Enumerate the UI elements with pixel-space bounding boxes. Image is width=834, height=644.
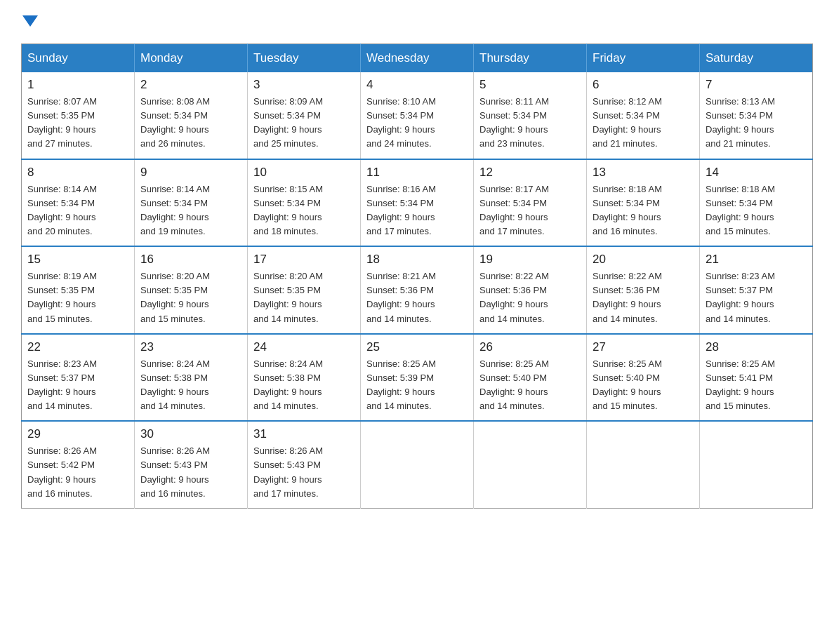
day-number: 2 <box>140 78 241 92</box>
calendar-day-cell: 18Sunrise: 8:21 AMSunset: 5:36 PMDayligh… <box>361 246 474 334</box>
day-number: 23 <box>140 340 241 354</box>
day-info: Sunrise: 8:12 AMSunset: 5:34 PMDaylight:… <box>593 95 694 152</box>
day-of-week-header: Friday <box>587 44 700 73</box>
calendar-day-cell: 11Sunrise: 8:16 AMSunset: 5:34 PMDayligh… <box>361 159 474 247</box>
day-info: Sunrise: 8:26 AMSunset: 5:43 PMDaylight:… <box>253 444 355 501</box>
day-info: Sunrise: 8:14 AMSunset: 5:34 PMDaylight:… <box>140 182 241 239</box>
day-of-week-header: Saturday <box>700 44 813 73</box>
day-number: 11 <box>366 166 468 180</box>
day-info: Sunrise: 8:10 AMSunset: 5:34 PMDaylight:… <box>366 95 468 152</box>
day-info: Sunrise: 8:23 AMSunset: 5:37 PMDaylight:… <box>706 269 807 326</box>
day-number: 24 <box>253 340 355 354</box>
day-info: Sunrise: 8:22 AMSunset: 5:36 PMDaylight:… <box>593 269 694 326</box>
day-info: Sunrise: 8:18 AMSunset: 5:34 PMDaylight:… <box>593 182 694 239</box>
calendar-week-row: 22Sunrise: 8:23 AMSunset: 5:37 PMDayligh… <box>22 334 813 422</box>
day-number: 25 <box>366 340 468 354</box>
calendar-day-cell: 21Sunrise: 8:23 AMSunset: 5:37 PMDayligh… <box>700 246 813 334</box>
day-info: Sunrise: 8:13 AMSunset: 5:34 PMDaylight:… <box>706 95 807 152</box>
day-info: Sunrise: 8:22 AMSunset: 5:36 PMDaylight:… <box>479 269 581 326</box>
day-number: 7 <box>706 78 807 92</box>
day-info: Sunrise: 8:09 AMSunset: 5:34 PMDaylight:… <box>253 95 355 152</box>
calendar-day-cell: 8Sunrise: 8:14 AMSunset: 5:34 PMDaylight… <box>22 159 135 247</box>
day-number: 21 <box>706 253 807 267</box>
day-info: Sunrise: 8:26 AMSunset: 5:42 PMDaylight:… <box>27 444 128 501</box>
day-info: Sunrise: 8:21 AMSunset: 5:36 PMDaylight:… <box>366 269 468 326</box>
day-info: Sunrise: 8:23 AMSunset: 5:37 PMDaylight:… <box>27 357 128 414</box>
calendar-day-cell: 25Sunrise: 8:25 AMSunset: 5:39 PMDayligh… <box>361 334 474 422</box>
calendar-week-row: 1Sunrise: 8:07 AMSunset: 5:35 PMDaylight… <box>22 72 813 159</box>
day-of-week-header: Wednesday <box>361 44 474 73</box>
day-number: 8 <box>27 166 128 180</box>
day-number: 6 <box>593 78 694 92</box>
day-info: Sunrise: 8:17 AMSunset: 5:34 PMDaylight:… <box>479 182 581 239</box>
calendar-day-cell <box>361 421 474 508</box>
day-of-week-header: Tuesday <box>248 44 361 73</box>
calendar-day-cell: 15Sunrise: 8:19 AMSunset: 5:35 PMDayligh… <box>22 246 135 334</box>
calendar-day-cell: 10Sunrise: 8:15 AMSunset: 5:34 PMDayligh… <box>248 159 361 247</box>
day-info: Sunrise: 8:20 AMSunset: 5:35 PMDaylight:… <box>140 269 241 326</box>
day-number: 29 <box>27 427 128 441</box>
day-info: Sunrise: 8:08 AMSunset: 5:34 PMDaylight:… <box>140 95 241 152</box>
day-number: 10 <box>253 166 355 180</box>
calendar-day-cell: 22Sunrise: 8:23 AMSunset: 5:37 PMDayligh… <box>22 334 135 422</box>
calendar-day-cell: 31Sunrise: 8:26 AMSunset: 5:43 PMDayligh… <box>248 421 361 508</box>
day-info: Sunrise: 8:16 AMSunset: 5:34 PMDaylight:… <box>366 182 468 239</box>
calendar-week-row: 15Sunrise: 8:19 AMSunset: 5:35 PMDayligh… <box>22 246 813 334</box>
day-info: Sunrise: 8:11 AMSunset: 5:34 PMDaylight:… <box>479 95 581 152</box>
day-number: 4 <box>366 78 468 92</box>
day-number: 12 <box>479 166 581 180</box>
day-number: 17 <box>253 253 355 267</box>
day-info: Sunrise: 8:15 AMSunset: 5:34 PMDaylight:… <box>253 182 355 239</box>
day-number: 31 <box>253 427 355 441</box>
day-of-week-header: Monday <box>135 44 248 73</box>
calendar-day-cell: 30Sunrise: 8:26 AMSunset: 5:43 PMDayligh… <box>135 421 248 508</box>
calendar-day-cell <box>700 421 813 508</box>
day-number: 1 <box>27 78 128 92</box>
svg-marker-0 <box>22 15 38 27</box>
calendar-day-cell <box>474 421 587 508</box>
calendar-day-cell: 5Sunrise: 8:11 AMSunset: 5:34 PMDaylight… <box>474 72 587 159</box>
calendar-day-cell: 23Sunrise: 8:24 AMSunset: 5:38 PMDayligh… <box>135 334 248 422</box>
day-info: Sunrise: 8:18 AMSunset: 5:34 PMDaylight:… <box>706 182 807 239</box>
calendar-day-cell: 7Sunrise: 8:13 AMSunset: 5:34 PMDaylight… <box>700 72 813 159</box>
logo <box>21 14 38 29</box>
day-number: 9 <box>140 166 241 180</box>
day-number: 5 <box>479 78 581 92</box>
day-number: 18 <box>366 253 468 267</box>
day-info: Sunrise: 8:20 AMSunset: 5:35 PMDaylight:… <box>253 269 355 326</box>
day-info: Sunrise: 8:25 AMSunset: 5:40 PMDaylight:… <box>479 357 581 414</box>
day-number: 16 <box>140 253 241 267</box>
day-number: 13 <box>593 166 694 180</box>
day-number: 22 <box>27 340 128 354</box>
day-info: Sunrise: 8:26 AMSunset: 5:43 PMDaylight:… <box>140 444 241 501</box>
calendar-day-cell <box>587 421 700 508</box>
calendar-day-cell: 16Sunrise: 8:20 AMSunset: 5:35 PMDayligh… <box>135 246 248 334</box>
calendar-table: SundayMondayTuesdayWednesdayThursdayFrid… <box>21 43 813 509</box>
day-info: Sunrise: 8:07 AMSunset: 5:35 PMDaylight:… <box>27 95 128 152</box>
calendar-day-cell: 13Sunrise: 8:18 AMSunset: 5:34 PMDayligh… <box>587 159 700 247</box>
calendar-day-cell: 29Sunrise: 8:26 AMSunset: 5:42 PMDayligh… <box>22 421 135 508</box>
day-number: 30 <box>140 427 241 441</box>
day-number: 3 <box>253 78 355 92</box>
logo-triangle-icon <box>22 13 38 28</box>
page-header <box>21 14 813 29</box>
calendar-week-row: 8Sunrise: 8:14 AMSunset: 5:34 PMDaylight… <box>22 159 813 247</box>
calendar-day-cell: 24Sunrise: 8:24 AMSunset: 5:38 PMDayligh… <box>248 334 361 422</box>
day-number: 28 <box>706 340 807 354</box>
calendar-day-cell: 20Sunrise: 8:22 AMSunset: 5:36 PMDayligh… <box>587 246 700 334</box>
calendar-day-cell: 28Sunrise: 8:25 AMSunset: 5:41 PMDayligh… <box>700 334 813 422</box>
calendar-day-cell: 2Sunrise: 8:08 AMSunset: 5:34 PMDaylight… <box>135 72 248 159</box>
calendar-day-cell: 4Sunrise: 8:10 AMSunset: 5:34 PMDaylight… <box>361 72 474 159</box>
day-number: 20 <box>593 253 694 267</box>
day-info: Sunrise: 8:25 AMSunset: 5:41 PMDaylight:… <box>706 357 807 414</box>
day-number: 14 <box>706 166 807 180</box>
day-of-week-header: Sunday <box>22 44 135 73</box>
calendar-header-row: SundayMondayTuesdayWednesdayThursdayFrid… <box>22 44 813 73</box>
calendar-day-cell: 9Sunrise: 8:14 AMSunset: 5:34 PMDaylight… <box>135 159 248 247</box>
calendar-day-cell: 19Sunrise: 8:22 AMSunset: 5:36 PMDayligh… <box>474 246 587 334</box>
day-info: Sunrise: 8:25 AMSunset: 5:39 PMDaylight:… <box>366 357 468 414</box>
day-number: 26 <box>479 340 581 354</box>
calendar-day-cell: 6Sunrise: 8:12 AMSunset: 5:34 PMDaylight… <box>587 72 700 159</box>
calendar-day-cell: 3Sunrise: 8:09 AMSunset: 5:34 PMDaylight… <box>248 72 361 159</box>
day-number: 15 <box>27 253 128 267</box>
